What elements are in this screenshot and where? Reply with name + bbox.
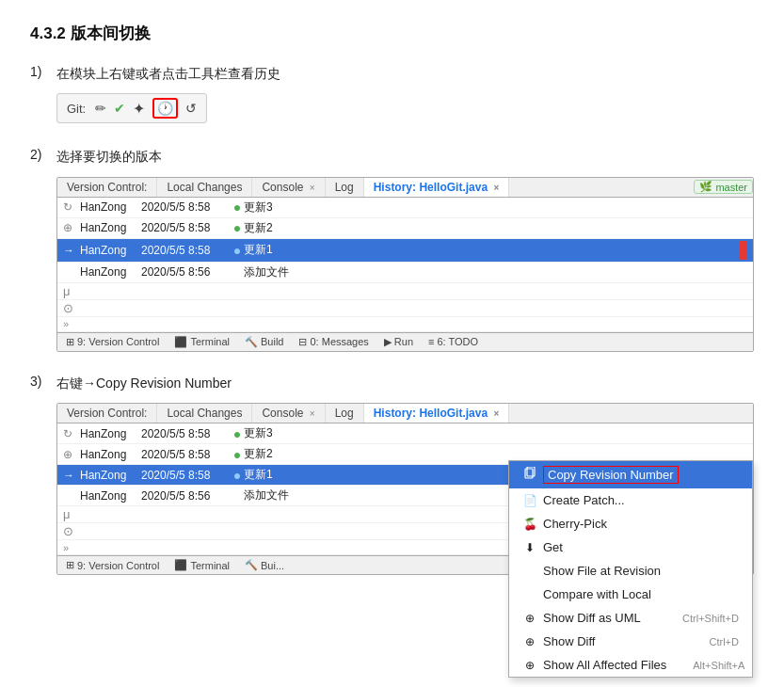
table-row[interactable]: ↻ HanZong 2020/5/5 8:58 ● 更新3 xyxy=(57,423,753,444)
vc-table-1: ↻ HanZong 2020/5/5 8:58 ● 更新3 ⊕ HanZong … xyxy=(57,198,753,332)
step-2-num: 2) xyxy=(30,146,56,162)
row-dot: ● xyxy=(231,447,244,462)
row-date: 2020/5/5 8:58 xyxy=(141,469,231,482)
row-author: HanZong xyxy=(80,469,141,482)
row-date: 2020/5/5 8:58 xyxy=(141,427,231,440)
step-3: 3) 右键→Copy Revision Number Version Contr… xyxy=(30,373,754,579)
bottom-item-messages[interactable]: ⊟ 0: Messages xyxy=(294,335,373,349)
ctx-item-cherry-pick[interactable]: 🍒 Cherry-Pick xyxy=(509,512,752,535)
row-author: HanZong xyxy=(80,427,141,440)
bottom-item-build[interactable]: 🔨 Build xyxy=(240,335,288,349)
bottom-item-run[interactable]: ▶ Run xyxy=(379,335,418,349)
vc-bottom-bar-1: ⊞ 9: Version Control ⬛ Terminal 🔨 Build … xyxy=(57,332,753,351)
table-row[interactable]: HanZong 2020/5/5 8:56 添加文件 xyxy=(57,263,753,283)
toolbar-icon-check[interactable]: ✔ xyxy=(114,101,125,116)
row-icon: ↻ xyxy=(63,200,80,214)
shortcut-show-diff: Ctrl+D xyxy=(710,636,739,647)
shortcut-show-diff-uml: Ctrl+Shift+D xyxy=(682,613,739,624)
row-icon: μ xyxy=(63,284,80,298)
row-date: 2020/5/5 8:58 xyxy=(141,244,231,257)
row-author: HanZong xyxy=(80,200,141,214)
bottom-item-vc[interactable]: ⊞ 9: Version Control xyxy=(61,335,164,349)
create-patch-icon: 📄 xyxy=(522,494,537,507)
row-msg: 更新2 xyxy=(244,220,747,236)
bottom-item-vc2[interactable]: ⊞ 9: Version Control xyxy=(61,558,164,572)
table-row[interactable]: ⊕ HanZong 2020/5/5 8:58 ● 更新2 xyxy=(57,218,753,239)
toolbar-icon-history[interactable]: 🕐 xyxy=(152,98,178,119)
vc-tab2-log[interactable]: Log xyxy=(326,404,364,423)
vc-panel-2: Version Control: Local Changes Console ×… xyxy=(56,403,754,575)
ctx-item-create-patch[interactable]: 📄 Create Patch... xyxy=(509,488,752,512)
row-date: 2020/5/5 8:58 xyxy=(141,448,231,461)
bottom-item-terminal2[interactable]: ⬛ Terminal xyxy=(169,558,234,572)
vc-tab-history[interactable]: History: HelloGit.java × xyxy=(364,178,510,197)
ctx-label-cherry-pick: Cherry-Pick xyxy=(543,517,607,531)
row-dot: ● xyxy=(231,220,244,235)
bottom-item-todo[interactable]: ≡ 6: TODO xyxy=(424,335,483,349)
table-row[interactable]: ↻ HanZong 2020/5/5 8:58 ● 更新3 xyxy=(57,198,753,218)
row-icon: → xyxy=(63,244,80,257)
row-msg: 更新3 xyxy=(244,425,747,441)
ctx-item-compare-local[interactable]: Compare with Local xyxy=(509,583,752,606)
ctx-item-show-diff[interactable]: ⊕ Show Diff Ctrl+D xyxy=(509,630,752,653)
section-title: 4.3.2 版本间切换 xyxy=(30,23,754,44)
ctx-label-compare-local: Compare with Local xyxy=(543,587,651,601)
ctx-label-copy-revision: Copy Revision Number xyxy=(543,466,679,484)
row-msg: 更新3 xyxy=(244,200,747,216)
ctx-label-show-file: Show File at Revision xyxy=(543,564,661,578)
row-date: 2020/5/5 8:58 xyxy=(141,221,231,234)
row-icon: » xyxy=(63,542,80,553)
row-author: HanZong xyxy=(80,489,141,503)
toolbar-icon-pencil[interactable]: ✏ xyxy=(95,101,106,116)
row-dot: ● xyxy=(231,426,244,441)
ctx-item-show-all-affected[interactable]: ⊕ Show All Affected Files Alt+Shift+A xyxy=(509,653,752,677)
vc-tab2-history[interactable]: History: HelloGit.java × xyxy=(364,404,510,423)
step-2-content: 选择要切换的版本 Version Control: Local Changes … xyxy=(56,146,754,355)
row-author: HanZong xyxy=(80,265,141,279)
table-row: » xyxy=(57,317,753,332)
vc-tab2-console[interactable]: Console × xyxy=(252,404,325,423)
bottom-item-terminal[interactable]: ⬛ Terminal xyxy=(169,335,234,349)
step-1-content: 在模块上右键或者点击工具栏查看历史 Git: ✏ ✔ ✦ 🕐 ↺ xyxy=(56,63,754,129)
vc-panel-1: Version Control: Local Changes Console ×… xyxy=(56,177,754,352)
ctx-item-get[interactable]: ⬇ Get xyxy=(509,535,752,559)
ctx-label-get: Get xyxy=(543,540,563,554)
vc-tab2-local-changes[interactable]: Local Changes xyxy=(157,404,252,423)
step-1-text: 在模块上右键或者点击工具栏查看历史 xyxy=(56,63,754,84)
shortcut-show-all-affected: Alt+Shift+A xyxy=(693,660,744,671)
row-icon: ⊕ xyxy=(63,221,80,234)
row-icon: » xyxy=(63,318,80,329)
master-badge: 🌿 master xyxy=(694,180,753,194)
table-row: ⊙ xyxy=(57,300,753,317)
vc-tab-local-changes[interactable]: Local Changes xyxy=(157,178,252,197)
vc-tab-console[interactable]: Console × xyxy=(252,178,325,197)
git-toolbar: Git: ✏ ✔ ✦ 🕐 ↺ xyxy=(56,93,207,123)
table-row-selected[interactable]: → HanZong 2020/5/5 8:58 ● 更新1 xyxy=(57,239,753,263)
master-label: master xyxy=(715,182,747,193)
row-author: HanZong xyxy=(80,448,141,461)
get-icon: ⬇ xyxy=(522,541,537,554)
vc-tab-version-control[interactable]: Version Control: xyxy=(57,178,157,197)
show-diff-icon: ⊕ xyxy=(522,635,537,648)
ctx-item-show-diff-uml[interactable]: ⊕ Show Diff as UML Ctrl+Shift+D xyxy=(509,606,752,630)
ctx-item-show-file[interactable]: Show File at Revision xyxy=(509,559,752,583)
toolbar-icon-undo[interactable]: ↺ xyxy=(185,101,197,116)
ctx-item-copy-revision[interactable]: Copy Revision Number xyxy=(509,461,752,488)
toolbar-icon-plus[interactable]: ✦ xyxy=(133,100,145,118)
row-dot: ● xyxy=(231,200,244,215)
ctx-label-show-all-affected: Show All Affected Files xyxy=(543,658,666,672)
ctx-label-show-diff-uml: Show Diff as UML xyxy=(543,611,641,625)
row-msg: 添加文件 xyxy=(244,264,747,280)
vc-tabs-2: Version Control: Local Changes Console ×… xyxy=(57,404,753,423)
table-row: μ xyxy=(57,283,753,300)
step-1-num: 1) xyxy=(30,63,56,79)
show-all-affected-icon: ⊕ xyxy=(522,659,537,672)
vc-tab2-version-control[interactable]: Version Control: xyxy=(57,404,157,423)
show-diff-uml-icon: ⊕ xyxy=(522,612,537,625)
vc-tabs-1: Version Control: Local Changes Console ×… xyxy=(57,178,753,198)
bottom-item-build2[interactable]: 🔨 Bui... xyxy=(240,558,289,572)
row-date: 2020/5/5 8:56 xyxy=(141,265,231,279)
row-date: 2020/5/5 8:58 xyxy=(141,200,231,214)
vc-tab-log[interactable]: Log xyxy=(326,178,364,197)
copy-revision-icon xyxy=(522,467,537,483)
